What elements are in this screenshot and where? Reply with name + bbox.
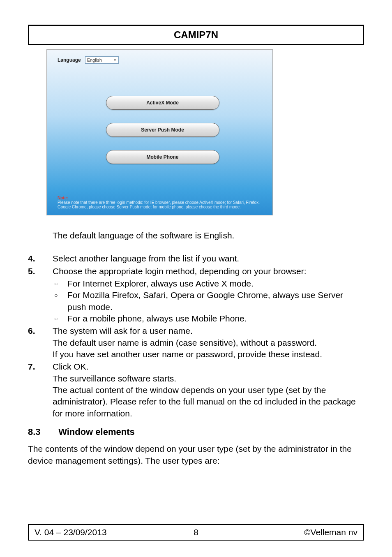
language-label: Language: [58, 57, 81, 63]
activex-label: ActiveX Mode: [146, 100, 179, 106]
sub-item: ○ For Mozilla Firefox, Safari, Opera or …: [53, 289, 364, 313]
step-line: The default user name is admin (case sen…: [53, 337, 364, 349]
document-title-box: CAMIP7N: [28, 25, 364, 45]
steps-list: 4. Select another language from the list…: [28, 253, 364, 419]
note-section: Note: Please note that there are three l…: [58, 196, 262, 209]
step-7: 7. Click OK. The surveillance software s…: [28, 361, 364, 419]
activex-mode-button[interactable]: ActiveX Mode: [106, 96, 219, 110]
section-heading: 8.3 Window elements: [28, 427, 364, 437]
step-line: If you have set another user name or pas…: [53, 349, 364, 360]
step-6: 6. The system will ask for a user name. …: [28, 325, 364, 360]
step-num: 7.: [28, 361, 53, 419]
bullet-icon: ○: [54, 313, 67, 324]
footer: V. 04 – 23/09/2013 8 ©Velleman nv: [28, 524, 364, 541]
step-num: 6.: [28, 325, 53, 360]
footer-page: 8: [194, 527, 198, 537]
section-num: 8.3: [28, 427, 56, 437]
language-row: Language English ▼: [58, 56, 262, 64]
sub-list: ○ For Internet Explorer, always use Acti…: [53, 278, 364, 324]
intro-text: The default language of the software is …: [53, 230, 364, 241]
bullet-icon: ○: [54, 278, 67, 289]
step-num: 4.: [28, 253, 53, 264]
server-push-label: Server Push Mode: [141, 127, 184, 133]
screenshot-container: Language English ▼ ActiveX Mode Server P…: [28, 49, 364, 215]
note-text: Please note that there are three login m…: [58, 200, 262, 209]
footer-copyright: ©Velleman nv: [304, 527, 357, 537]
step-text: Choose the appropriate login method, dep…: [53, 266, 307, 276]
sub-text: For a mobile phone, always use Mobile Ph…: [67, 313, 247, 324]
section-title: Window elements: [58, 427, 135, 437]
mobile-phone-button[interactable]: Mobile Phone: [106, 150, 219, 164]
step-line: The system will ask for a user name.: [53, 325, 364, 337]
section-paragraph: The contents of the window depend on you…: [28, 443, 364, 467]
language-select[interactable]: English ▼: [85, 56, 119, 64]
step-content: The system will ask for a user name. The…: [53, 325, 364, 360]
sub-item: ○ For a mobile phone, always use Mobile …: [53, 313, 364, 324]
sub-text: For Mozilla Firefox, Safari, Opera or Go…: [67, 289, 364, 313]
step-content: Choose the appropriate login method, dep…: [53, 266, 364, 325]
step-line: Click OK.: [53, 361, 364, 372]
mode-buttons-group: ActiveX Mode Server Push Mode Mobile Pho…: [58, 96, 262, 164]
step-line: The surveillance software starts.: [53, 373, 364, 384]
login-screenshot: Language English ▼ ActiveX Mode Server P…: [46, 49, 273, 215]
footer-version: V. 04 – 23/09/2013: [35, 527, 107, 537]
step-num: 5.: [28, 266, 53, 325]
note-title: Note:: [58, 196, 262, 200]
step-line: The actual content of the window depends…: [53, 384, 364, 419]
sub-text: For Internet Explorer, always use Active…: [67, 278, 254, 289]
language-value: English: [87, 58, 102, 62]
bullet-icon: ○: [54, 289, 67, 313]
document-title: CAMIP7N: [174, 29, 218, 40]
step-4: 4. Select another language from the list…: [28, 253, 364, 264]
chevron-down-icon: ▼: [113, 58, 117, 62]
server-push-mode-button[interactable]: Server Push Mode: [106, 123, 219, 137]
mobile-label: Mobile Phone: [147, 154, 179, 160]
step-content: Click OK. The surveillance software star…: [53, 361, 364, 419]
step-5: 5. Choose the appropriate login method, …: [28, 266, 364, 325]
step-content: Select another language from the list if…: [53, 253, 364, 264]
sub-item: ○ For Internet Explorer, always use Acti…: [53, 278, 364, 289]
